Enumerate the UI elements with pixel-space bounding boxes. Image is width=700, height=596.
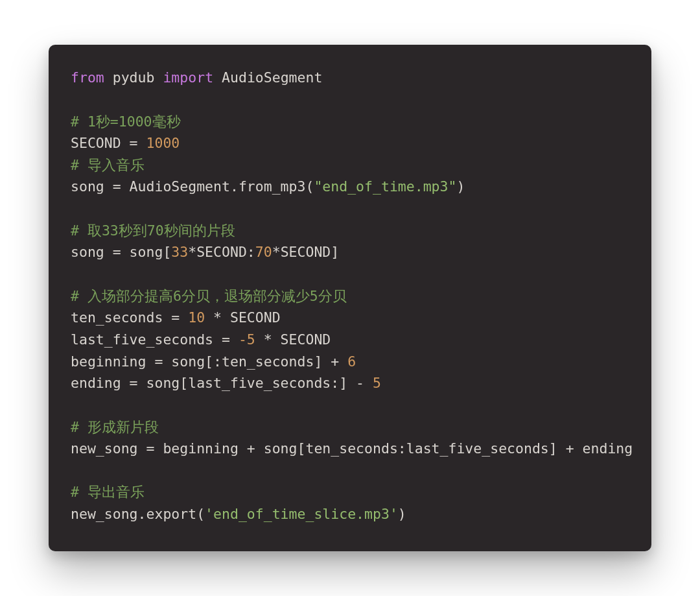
code-text: song = AudioSegment.from_mp3( xyxy=(71,178,314,195)
code-card: from pydub import AudioSegment # 1秒=1000… xyxy=(49,45,651,551)
code-text: *SECOND] xyxy=(272,244,340,260)
class-name: AudioSegment xyxy=(222,69,322,86)
number: 5 xyxy=(373,375,381,391)
module-name: pydub xyxy=(113,69,155,86)
comment: # 1秒=1000毫秒 xyxy=(71,113,181,130)
string: "end_of_time.mp3" xyxy=(314,178,456,195)
code-text: new_song = beginning + song[ten_seconds:… xyxy=(71,440,633,457)
keyword-import: import xyxy=(163,69,213,86)
code-text: new_song.export( xyxy=(71,506,205,522)
comment: # 导出音乐 xyxy=(71,484,145,500)
code-text: ending = song[last_five_seconds:] - xyxy=(71,375,373,391)
number: 10 xyxy=(188,309,205,326)
comment: # 导入音乐 xyxy=(71,157,145,173)
operator: = xyxy=(121,135,146,151)
code-block: from pydub import AudioSegment # 1秒=1000… xyxy=(71,67,629,525)
comment: # 形成新片段 xyxy=(71,419,159,435)
code-text: last_five_seconds = xyxy=(71,331,239,348)
comment: # 取33秒到70秒间的片段 xyxy=(71,222,235,239)
code-text: * SECOND xyxy=(255,331,331,348)
number: -5 xyxy=(239,331,255,348)
punct: ) xyxy=(456,178,465,195)
punct: ) xyxy=(398,506,406,522)
code-text: song = song[ xyxy=(71,244,171,260)
variable: SECOND xyxy=(71,135,121,151)
code-text: beginning = song[:ten_seconds] + xyxy=(71,353,347,370)
number: 6 xyxy=(347,353,356,370)
number: 33 xyxy=(171,244,188,260)
code-text: *SECOND: xyxy=(188,244,255,260)
number: 1000 xyxy=(146,135,180,151)
keyword-from: from xyxy=(71,69,104,86)
number: 70 xyxy=(255,244,272,260)
comment: # 入场部分提高6分贝，退场部分减少5分贝 xyxy=(71,288,347,304)
code-text: ten_seconds = xyxy=(71,309,188,326)
string: 'end_of_time_slice.mp3' xyxy=(205,506,398,522)
code-text: * SECOND xyxy=(205,309,281,326)
